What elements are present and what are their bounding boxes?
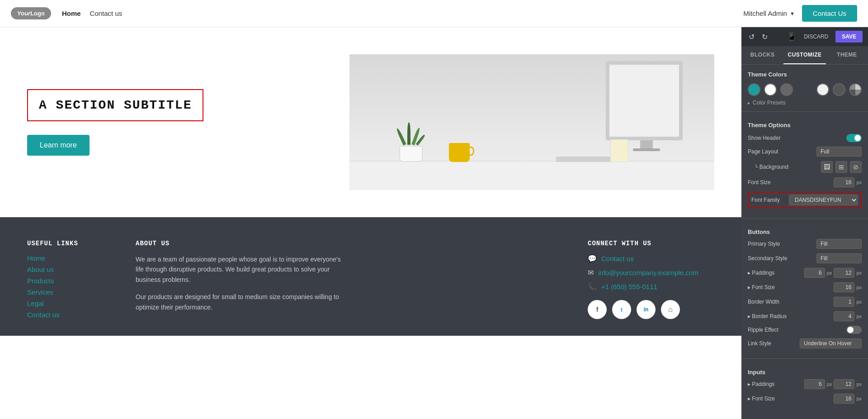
home-button[interactable]: ⌂ <box>661 300 680 319</box>
laptop-base <box>556 157 615 162</box>
linkedin-button[interactable]: in <box>637 300 656 319</box>
nav-contact[interactable]: Contact us <box>90 10 123 17</box>
connect-phone: 📞 +1 (650) 555-0111 <box>588 282 714 291</box>
link-style-row: Link Style Underline On Hover Always Und… <box>748 338 862 348</box>
twitter-button[interactable]: t <box>612 300 631 319</box>
inputs-paddings-row: ▸ Paddings px px <box>748 379 862 389</box>
footer: USEFUL LINKS Home About us Products Serv… <box>0 217 741 336</box>
theme-colors-section: Theme Colors ▸ Color Presets <box>741 65 868 110</box>
bg-icons: 🖼 ⊞ ⊘ <box>821 161 862 173</box>
page-layout-select[interactable]: Full Boxed <box>816 147 862 157</box>
save-button[interactable]: SAVE <box>835 31 863 43</box>
btn-font-size-unit: px <box>856 285 862 290</box>
btn-font-size-input[interactable] <box>834 282 854 292</box>
border-radius-input[interactable] <box>834 311 854 321</box>
color-presets-row[interactable]: ▸ Color Presets <box>748 100 862 106</box>
top-nav: YourLogo Home Contact us Mitchell Admin … <box>0 0 868 27</box>
primary-style-select[interactable]: Fill Outline <box>816 239 862 249</box>
tab-blocks[interactable]: BLOCKS <box>741 46 783 64</box>
font-family-select[interactable]: DANSDISNEYFUN Arial Georgia <box>789 195 858 205</box>
show-header-toggle[interactable] <box>846 134 862 142</box>
admin-name: Mitchell Admin <box>743 10 787 17</box>
font-family-label: Font Family <box>751 197 789 203</box>
connect-contact-link[interactable]: Contact us <box>601 255 634 262</box>
footer-link-contact[interactable]: Contact us <box>27 311 118 319</box>
leaf-2 <box>407 122 410 145</box>
inputs-paddings-v[interactable] <box>804 379 825 389</box>
footer-link-about[interactable]: About us <box>27 266 118 273</box>
linkedin-icon: in <box>644 306 649 313</box>
paddings-v-input[interactable] <box>804 268 825 278</box>
footer-link-legal[interactable]: Legal <box>27 300 118 307</box>
admin-menu[interactable]: Mitchell Admin ▼ <box>743 10 795 17</box>
paddings-h-unit: px <box>856 270 862 276</box>
connect-chat: 💬 Contact us <box>588 254 714 263</box>
paddings-h-input[interactable] <box>834 268 854 278</box>
color-presets-label: Color Presets <box>753 100 786 106</box>
monitor-screen <box>606 61 683 140</box>
link-style-select[interactable]: Underline On Hover Always Underline Neve… <box>800 338 862 348</box>
bg-image-btn[interactable]: 🖼 <box>821 161 833 173</box>
footer-link-services[interactable]: Services <box>27 288 118 296</box>
desk-scene <box>349 54 714 190</box>
facebook-button[interactable]: f <box>588 300 607 319</box>
buttons-section: Buttons Primary Style Fill Outline Secon… <box>741 222 868 357</box>
swatch-gray[interactable] <box>780 83 793 96</box>
ripple-row: Ripple Effect <box>748 326 862 334</box>
discard-button[interactable]: DISCARD <box>800 32 832 42</box>
border-width-input[interactable] <box>834 297 854 307</box>
panel-toolbar: ↺ ↻ 📱 DISCARD SAVE <box>741 27 868 46</box>
inputs-paddings-label: ▸ Paddings <box>748 381 804 387</box>
swatch-white[interactable] <box>764 83 777 96</box>
inputs-font-size-label: ▸ Font Size <box>748 395 834 402</box>
toggle-knob <box>854 135 861 141</box>
logo[interactable]: YourLogo <box>11 7 51 19</box>
nav-links: Home Contact us <box>62 10 122 17</box>
ripple-knob <box>847 327 854 333</box>
desk-surface <box>349 161 714 190</box>
swatch-dark[interactable] <box>833 83 845 96</box>
primary-style-row: Primary Style Fill Outline <box>748 239 862 249</box>
connect-phone-link[interactable]: +1 (650) 555-0111 <box>601 283 657 290</box>
secondary-style-select[interactable]: Fill Outline <box>816 253 862 263</box>
swatch-light[interactable] <box>816 83 829 96</box>
monitor-stand <box>640 140 653 148</box>
about-title: ABOUT US <box>136 240 344 247</box>
bg-grid-btn[interactable]: ⊞ <box>835 161 847 173</box>
ripple-toggle[interactable] <box>846 326 862 334</box>
swatch-teal[interactable] <box>748 83 760 96</box>
contact-us-button[interactable]: Contact Us <box>802 5 857 22</box>
learn-more-button[interactable]: Learn more <box>27 135 90 156</box>
bg-clear-btn[interactable]: ⊘ <box>850 161 862 173</box>
twitter-icon: t <box>621 306 623 313</box>
inputs-section: Inputs ▸ Paddings px px ▸ Font Size <box>741 362 868 412</box>
redo-button[interactable]: ↻ <box>760 31 769 43</box>
nav-home[interactable]: Home <box>62 10 81 17</box>
monitor-base <box>633 148 660 151</box>
border-radius-label: ▸ Border Radius <box>748 313 834 319</box>
background-label: └ Background <box>754 164 821 170</box>
inputs-font-size-input[interactable] <box>834 394 854 404</box>
tab-theme[interactable]: THEME <box>826 46 868 64</box>
footer-link-products[interactable]: Products <box>27 277 118 285</box>
swatch-custom[interactable] <box>849 83 862 96</box>
footer-links-list: Home About us Products Services Legal Co… <box>27 254 118 319</box>
admin-caret: ▼ <box>790 11 795 16</box>
panel-tabs: BLOCKS CUSTOMIZE THEME <box>741 46 868 65</box>
buttons-section-title: Buttons <box>748 229 862 235</box>
footer-grid: USEFUL LINKS Home About us Products Serv… <box>27 240 714 322</box>
tab-customize[interactable]: CUSTOMIZE <box>783 46 826 64</box>
page-layout-label: Page Layout <box>748 148 816 155</box>
connect-email-link[interactable]: info@yourcompany.example.com <box>598 269 698 276</box>
home-icon: ⌂ <box>668 305 673 314</box>
footer-link-home[interactable]: Home <box>27 254 118 262</box>
font-size-label: Font Size <box>748 179 834 186</box>
undo-button[interactable]: ↺ <box>747 31 756 43</box>
theme-colors-title: Theme Colors <box>748 71 862 78</box>
mobile-view-button[interactable]: 📱 <box>787 32 797 42</box>
footer-connect: CONNECT WITH US 💬 Contact us ✉ info@your… <box>588 240 714 322</box>
font-size-input[interactable] <box>834 177 854 187</box>
hero-section: A SECTION SUBTITLE Learn more <box>0 27 741 217</box>
section-subtitle-box: A SECTION SUBTITLE <box>27 89 203 121</box>
inputs-paddings-h[interactable] <box>834 379 854 389</box>
